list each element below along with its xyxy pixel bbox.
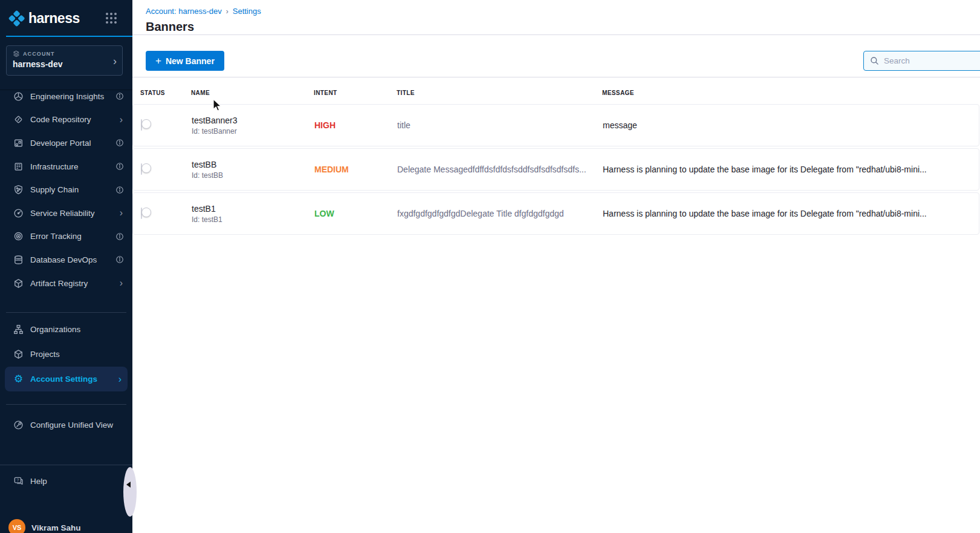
organizations-icon <box>13 324 24 335</box>
banner-name: testBB <box>192 160 314 169</box>
table-row[interactable]: testB1 Id: testB1 LOW fxgdfgdfgdfgdfgdDe… <box>132 192 979 235</box>
account-label: ACCOUNT <box>23 51 55 57</box>
artifact-registry-icon <box>13 278 24 289</box>
sidebar-divider <box>6 404 126 405</box>
sidebar-item-service-reliability[interactable]: Service Reliability › <box>0 201 132 225</box>
info-icon[interactable] <box>115 232 124 241</box>
sidebar-item-code-repository[interactable]: Code Repository › <box>0 108 132 132</box>
table-row[interactable]: testBanner3 Id: testBanner HIGH title me… <box>132 104 979 146</box>
banner-table: testBanner3 Id: testBanner HIGH title me… <box>132 104 979 237</box>
search-input[interactable] <box>884 56 980 65</box>
chevron-right-icon: › <box>113 54 117 68</box>
avatar: VS <box>8 519 25 533</box>
banner-title: Delegate Messagedfdffdsfdfdsfsddfsdfsdfs… <box>397 165 603 174</box>
status-toggle[interactable] <box>141 163 142 175</box>
column-header-status: STATUS <box>140 90 191 96</box>
column-header-title: TITLE <box>397 90 602 96</box>
info-icon[interactable] <box>115 92 124 100</box>
sidebar-item-label: Error Tracking <box>30 232 115 241</box>
banner-title: fxgdfgdfgdfgdfgdDelegate Title dfgfdgdfg… <box>397 209 603 218</box>
sidebar-item-organizations[interactable]: Organizations <box>0 317 132 342</box>
logo-underline <box>6 36 132 37</box>
header-divider <box>132 34 980 35</box>
sidebar: harness ACCOUNT harness-dev › Engineerin… <box>0 0 132 533</box>
sidebar-item-account-settings[interactable]: ⚙ Account Settings › <box>5 367 128 391</box>
help-chat-icon: ? <box>13 476 24 486</box>
service-reliability-icon <box>13 208 24 218</box>
error-tracking-icon <box>13 231 24 241</box>
sidebar-item-label: Help <box>30 477 125 486</box>
supply-chain-icon <box>13 185 24 195</box>
intent-badge: MEDIUM <box>314 165 397 174</box>
sidebar-item-help[interactable]: ? Help <box>0 471 132 491</box>
banner-id: Id: testBB <box>192 171 314 180</box>
sidebar-item-database-devops[interactable]: Database DevOps <box>0 248 132 272</box>
layers-icon <box>13 50 20 57</box>
svg-text:?: ? <box>17 478 19 482</box>
app-switcher-icon[interactable] <box>106 13 117 24</box>
sidebar-item-artifact-registry[interactable]: Artifact Registry › <box>0 272 132 295</box>
app-window: harness ACCOUNT harness-dev › Engineerin… <box>0 0 980 533</box>
banner-id: Id: testBanner <box>192 127 314 136</box>
banner-title: title <box>397 120 603 130</box>
info-icon[interactable] <box>115 162 124 171</box>
breadcrumb: Account: harness-dev › Settings <box>146 7 261 16</box>
chevron-right-icon: › <box>118 374 122 384</box>
new-banner-button[interactable]: + New Banner <box>146 51 224 71</box>
info-icon[interactable] <box>115 139 124 147</box>
plus-icon: + <box>155 56 161 66</box>
search-box <box>863 51 980 71</box>
sidebar-item-label: Engineering Insights <box>30 92 115 101</box>
sidebar-item-label: Developer Portal <box>30 139 115 148</box>
module-nav-list: Engineering Insights Code Repository › D… <box>0 85 132 295</box>
sidebar-item-label: Organizations <box>30 325 125 334</box>
sidebar-item-configure-unified-view[interactable]: Configure Unified View <box>0 413 132 437</box>
column-header-message: MESSAGE <box>602 90 980 96</box>
sidebar-item-label: Supply Chain <box>30 185 115 194</box>
banner-name: testBanner3 <box>192 116 314 125</box>
banner-message: message <box>603 120 979 130</box>
logo-text: harness <box>28 10 80 27</box>
breadcrumb-settings-link[interactable]: Settings <box>233 7 261 16</box>
sidebar-item-infrastructure[interactable]: Infrastructure <box>0 155 132 178</box>
sidebar-item-label: Infrastructure <box>30 162 115 171</box>
developer-portal-icon <box>13 138 24 148</box>
sidebar-item-error-tracking[interactable]: Error Tracking <box>0 225 132 249</box>
user-profile[interactable]: VS Vikram Sahu <box>8 519 128 533</box>
breadcrumb-account-link[interactable]: Account: harness-dev <box>146 7 222 16</box>
info-icon[interactable] <box>115 186 124 194</box>
sidebar-item-label: Database DevOps <box>30 255 115 264</box>
projects-icon <box>13 349 24 359</box>
column-header-name: NAME <box>191 90 314 96</box>
status-toggle[interactable] <box>141 119 142 131</box>
sidebar-item-label: Code Repository <box>30 115 120 124</box>
banner-id: Id: testB1 <box>192 215 314 224</box>
sidebar-item-developer-portal[interactable]: Developer Portal <box>0 131 132 155</box>
harness-logo-icon <box>8 10 25 27</box>
engineering-insights-icon <box>13 91 24 102</box>
account-selector[interactable]: ACCOUNT harness-dev › <box>6 45 123 76</box>
status-toggle[interactable] <box>141 208 142 219</box>
account-name: harness-dev <box>13 59 116 69</box>
info-icon[interactable] <box>115 255 124 264</box>
sidebar-item-label: Account Settings <box>30 374 118 384</box>
sidebar-item-supply-chain[interactable]: Supply Chain <box>0 178 132 201</box>
sidebar-divider <box>6 312 126 313</box>
gear-icon: ⚙ <box>14 374 23 384</box>
search-icon <box>870 56 879 65</box>
sidebar-item-projects[interactable]: Projects <box>0 342 132 367</box>
infrastructure-icon <box>13 162 24 172</box>
chevron-right-icon: › <box>120 278 123 288</box>
collapse-left-icon <box>126 482 131 488</box>
sidebar-item-engineering-insights[interactable]: Engineering Insights <box>0 85 132 108</box>
table-row[interactable]: testBB Id: testBB MEDIUM Delegate Messag… <box>132 148 979 191</box>
sidebar-divider <box>0 465 132 465</box>
new-banner-label: New Banner <box>166 56 215 66</box>
table-header-row: STATUS NAME INTENT TITLE MESSAGE <box>132 85 980 100</box>
chevron-right-icon: › <box>120 115 123 125</box>
harness-logo[interactable]: harness <box>8 8 118 28</box>
sidebar-item-label: Configure Unified View <box>30 420 125 430</box>
column-header-intent: INTENT <box>314 90 397 96</box>
sidebar-collapse-handle[interactable] <box>123 467 137 517</box>
sidebar-item-label: Service Reliability <box>30 209 120 218</box>
